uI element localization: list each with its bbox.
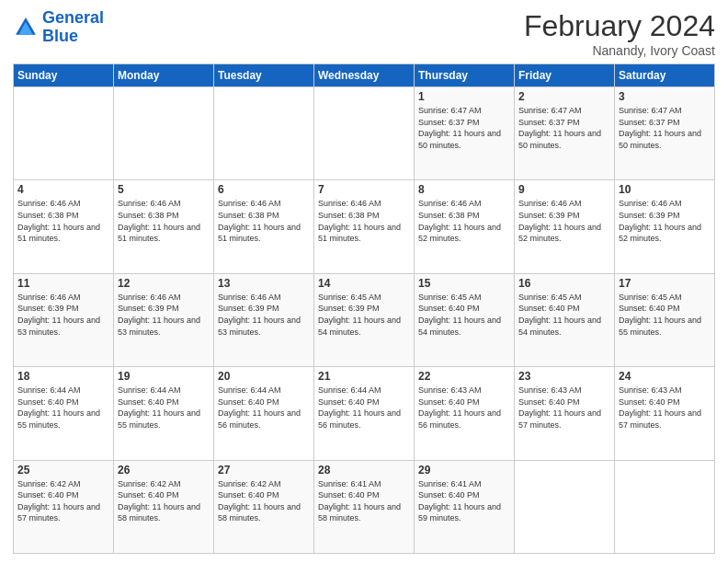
calendar-day-cell — [214, 87, 314, 180]
day-info: Sunrise: 6:44 AM Sunset: 6:40 PM Dayligh… — [118, 385, 210, 431]
day-info: Sunrise: 6:47 AM Sunset: 6:37 PM Dayligh… — [619, 105, 711, 151]
day-info: Sunrise: 6:41 AM Sunset: 6:40 PM Dayligh… — [418, 478, 510, 524]
day-number: 7 — [318, 183, 410, 196]
day-number: 14 — [318, 277, 410, 290]
weekday-header: Sunday — [14, 64, 114, 87]
day-number: 2 — [518, 90, 610, 103]
day-info: Sunrise: 6:46 AM Sunset: 6:38 PM Dayligh… — [17, 198, 109, 244]
day-number: 22 — [418, 370, 510, 383]
calendar-day-cell: 24Sunrise: 6:43 AM Sunset: 6:40 PM Dayli… — [615, 367, 715, 460]
calendar-day-cell: 17Sunrise: 6:45 AM Sunset: 6:40 PM Dayli… — [615, 273, 715, 366]
day-info: Sunrise: 6:45 AM Sunset: 6:39 PM Dayligh… — [318, 292, 410, 338]
calendar-day-cell: 2Sunrise: 6:47 AM Sunset: 6:37 PM Daylig… — [515, 87, 615, 180]
logo-icon — [13, 15, 39, 40]
calendar-day-cell: 21Sunrise: 6:44 AM Sunset: 6:40 PM Dayli… — [314, 367, 415, 460]
day-info: Sunrise: 6:44 AM Sunset: 6:40 PM Dayligh… — [318, 385, 410, 431]
day-number: 26 — [118, 464, 210, 477]
day-number: 27 — [218, 464, 310, 477]
day-info: Sunrise: 6:46 AM Sunset: 6:39 PM Dayligh… — [118, 292, 210, 338]
calendar-table: SundayMondayTuesdayWednesdayThursdayFrid… — [13, 63, 715, 554]
calendar-week-row: 1Sunrise: 6:47 AM Sunset: 6:37 PM Daylig… — [14, 87, 715, 180]
calendar-day-cell: 6Sunrise: 6:46 AM Sunset: 6:38 PM Daylig… — [214, 180, 314, 273]
calendar-day-cell — [14, 87, 114, 180]
weekday-header: Wednesday — [314, 64, 415, 87]
day-info: Sunrise: 6:43 AM Sunset: 6:40 PM Dayligh… — [418, 385, 510, 431]
day-number: 28 — [318, 464, 410, 477]
calendar-day-cell: 28Sunrise: 6:41 AM Sunset: 6:40 PM Dayli… — [314, 460, 415, 553]
day-number: 10 — [619, 183, 711, 196]
day-info: Sunrise: 6:46 AM Sunset: 6:38 PM Dayligh… — [318, 198, 410, 244]
day-info: Sunrise: 6:41 AM Sunset: 6:40 PM Dayligh… — [318, 478, 410, 524]
header: General Blue February 2024 Nanandy, Ivor… — [13, 9, 715, 58]
day-number: 16 — [518, 277, 610, 290]
calendar-day-cell: 27Sunrise: 6:42 AM Sunset: 6:40 PM Dayli… — [214, 460, 314, 553]
day-number: 13 — [218, 277, 310, 290]
day-number: 9 — [518, 183, 610, 196]
day-info: Sunrise: 6:42 AM Sunset: 6:40 PM Dayligh… — [218, 478, 310, 524]
calendar-day-cell — [515, 460, 615, 553]
day-number: 24 — [619, 370, 711, 383]
calendar-week-row: 18Sunrise: 6:44 AM Sunset: 6:40 PM Dayli… — [14, 367, 715, 460]
calendar-header-row: SundayMondayTuesdayWednesdayThursdayFrid… — [14, 64, 715, 87]
day-info: Sunrise: 6:44 AM Sunset: 6:40 PM Dayligh… — [17, 385, 109, 431]
day-info: Sunrise: 6:46 AM Sunset: 6:39 PM Dayligh… — [17, 292, 109, 338]
day-number: 19 — [118, 370, 210, 383]
calendar-day-cell: 3Sunrise: 6:47 AM Sunset: 6:37 PM Daylig… — [615, 87, 715, 180]
calendar-day-cell: 10Sunrise: 6:46 AM Sunset: 6:39 PM Dayli… — [615, 180, 715, 273]
day-info: Sunrise: 6:46 AM Sunset: 6:38 PM Dayligh… — [218, 198, 310, 244]
day-number: 11 — [17, 277, 109, 290]
day-info: Sunrise: 6:44 AM Sunset: 6:40 PM Dayligh… — [218, 385, 310, 431]
day-number: 21 — [318, 370, 410, 383]
day-number: 6 — [218, 183, 310, 196]
calendar-day-cell: 13Sunrise: 6:46 AM Sunset: 6:39 PM Dayli… — [214, 273, 314, 366]
location: Nanandy, Ivory Coast — [524, 43, 715, 58]
logo-text: General Blue — [42, 9, 104, 46]
weekday-header: Monday — [114, 64, 214, 87]
day-number: 18 — [17, 370, 109, 383]
title-block: February 2024 Nanandy, Ivory Coast — [524, 9, 715, 58]
day-number: 8 — [418, 183, 510, 196]
weekday-header: Saturday — [615, 64, 715, 87]
calendar-day-cell: 16Sunrise: 6:45 AM Sunset: 6:40 PM Dayli… — [515, 273, 615, 366]
day-info: Sunrise: 6:46 AM Sunset: 6:38 PM Dayligh… — [118, 198, 210, 244]
calendar-day-cell: 22Sunrise: 6:43 AM Sunset: 6:40 PM Dayli… — [415, 367, 515, 460]
day-info: Sunrise: 6:45 AM Sunset: 6:40 PM Dayligh… — [518, 292, 610, 338]
day-info: Sunrise: 6:43 AM Sunset: 6:40 PM Dayligh… — [518, 385, 610, 431]
calendar-day-cell — [314, 87, 415, 180]
calendar-day-cell: 26Sunrise: 6:42 AM Sunset: 6:40 PM Dayli… — [114, 460, 214, 553]
calendar-day-cell: 9Sunrise: 6:46 AM Sunset: 6:39 PM Daylig… — [515, 180, 615, 273]
calendar-day-cell: 18Sunrise: 6:44 AM Sunset: 6:40 PM Dayli… — [14, 367, 114, 460]
day-number: 5 — [118, 183, 210, 196]
day-number: 4 — [17, 183, 109, 196]
day-number: 25 — [17, 464, 109, 477]
calendar-day-cell: 12Sunrise: 6:46 AM Sunset: 6:39 PM Dayli… — [114, 273, 214, 366]
calendar-day-cell: 7Sunrise: 6:46 AM Sunset: 6:38 PM Daylig… — [314, 180, 415, 273]
calendar-day-cell: 25Sunrise: 6:42 AM Sunset: 6:40 PM Dayli… — [14, 460, 114, 553]
day-number: 12 — [118, 277, 210, 290]
logo-line2: Blue — [42, 27, 78, 45]
calendar-week-row: 25Sunrise: 6:42 AM Sunset: 6:40 PM Dayli… — [14, 460, 715, 553]
day-info: Sunrise: 6:43 AM Sunset: 6:40 PM Dayligh… — [619, 385, 711, 431]
day-info: Sunrise: 6:42 AM Sunset: 6:40 PM Dayligh… — [118, 478, 210, 524]
calendar-day-cell: 23Sunrise: 6:43 AM Sunset: 6:40 PM Dayli… — [515, 367, 615, 460]
calendar-day-cell: 20Sunrise: 6:44 AM Sunset: 6:40 PM Dayli… — [214, 367, 314, 460]
calendar-day-cell — [615, 460, 715, 553]
day-number: 1 — [418, 90, 510, 103]
day-number: 15 — [418, 277, 510, 290]
calendar-day-cell: 29Sunrise: 6:41 AM Sunset: 6:40 PM Dayli… — [415, 460, 515, 553]
month-year: February 2024 — [524, 9, 715, 43]
calendar-day-cell: 11Sunrise: 6:46 AM Sunset: 6:39 PM Dayli… — [14, 273, 114, 366]
calendar-day-cell: 19Sunrise: 6:44 AM Sunset: 6:40 PM Dayli… — [114, 367, 214, 460]
calendar-day-cell: 4Sunrise: 6:46 AM Sunset: 6:38 PM Daylig… — [14, 180, 114, 273]
day-info: Sunrise: 6:46 AM Sunset: 6:39 PM Dayligh… — [518, 198, 610, 244]
weekday-header: Thursday — [415, 64, 515, 87]
weekday-header: Tuesday — [214, 64, 314, 87]
day-info: Sunrise: 6:45 AM Sunset: 6:40 PM Dayligh… — [418, 292, 510, 338]
calendar-week-row: 11Sunrise: 6:46 AM Sunset: 6:39 PM Dayli… — [14, 273, 715, 366]
day-info: Sunrise: 6:46 AM Sunset: 6:39 PM Dayligh… — [619, 198, 711, 244]
calendar-week-row: 4Sunrise: 6:46 AM Sunset: 6:38 PM Daylig… — [14, 180, 715, 273]
calendar-day-cell — [114, 87, 214, 180]
page: General Blue February 2024 Nanandy, Ivor… — [0, 0, 728, 563]
day-info: Sunrise: 6:42 AM Sunset: 6:40 PM Dayligh… — [17, 478, 109, 524]
calendar-day-cell: 14Sunrise: 6:45 AM Sunset: 6:39 PM Dayli… — [314, 273, 415, 366]
